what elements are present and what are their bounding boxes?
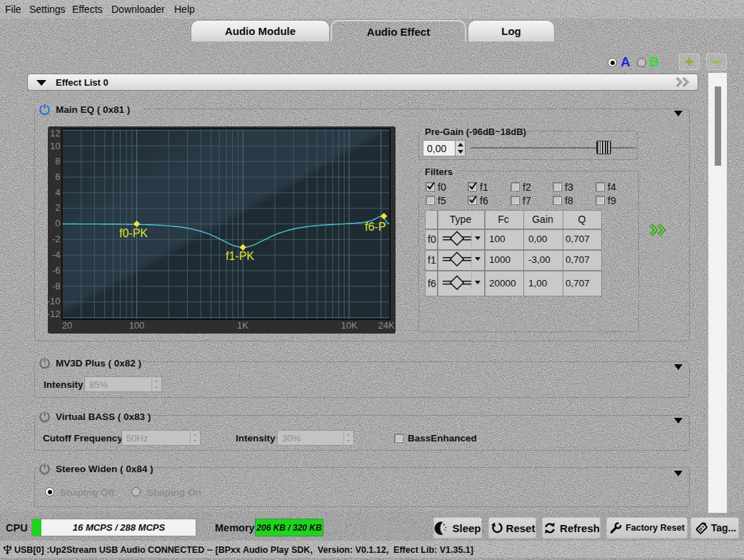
svg-text:20: 20 xyxy=(62,320,72,331)
svg-text:24K: 24K xyxy=(378,320,394,331)
svg-text:10K: 10K xyxy=(341,320,357,331)
svg-text:-2: -2 xyxy=(52,234,61,244)
svg-text:8: 8 xyxy=(55,156,60,166)
svg-text:4: 4 xyxy=(55,187,60,198)
svg-text:f6-P: f6-P xyxy=(365,221,386,233)
svg-text:100: 100 xyxy=(129,320,145,331)
svg-text:6: 6 xyxy=(55,171,60,182)
svg-text:2: 2 xyxy=(55,202,60,213)
svg-text:0: 0 xyxy=(55,218,60,229)
svg-text:10: 10 xyxy=(50,141,60,151)
svg-text:-12: -12 xyxy=(48,309,61,319)
svg-text:-4: -4 xyxy=(52,249,61,260)
svg-text:1K: 1K xyxy=(237,320,248,331)
svg-text:f0-PK: f0-PK xyxy=(119,227,148,239)
svg-text:-8: -8 xyxy=(52,281,61,291)
svg-text:-10: -10 xyxy=(48,296,61,306)
svg-text:12: 12 xyxy=(50,128,60,139)
svg-text:-6: -6 xyxy=(52,265,61,276)
svg-text:f1-PK: f1-PK xyxy=(226,250,254,262)
